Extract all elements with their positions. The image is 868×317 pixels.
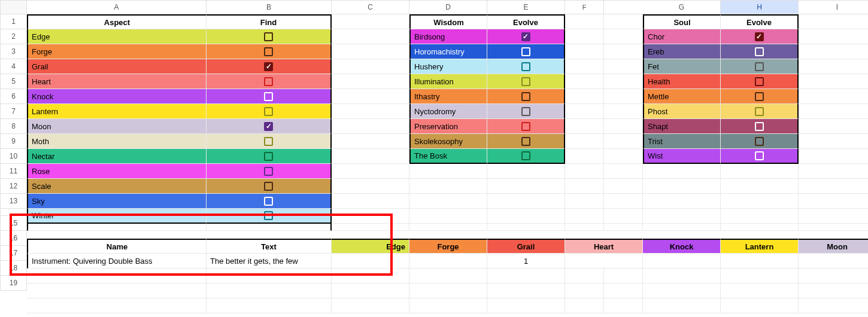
empty-cell[interactable]	[604, 298, 643, 313]
aspect-row-knock[interactable]: Knock	[27, 89, 207, 104]
empty-cell[interactable]	[332, 298, 409, 313]
empty-cell[interactable]	[721, 269, 799, 284]
aspect-row-scale[interactable]: Scale	[27, 179, 207, 194]
empty-cell[interactable]	[604, 269, 643, 284]
empty-cell[interactable]	[565, 149, 604, 164]
aspect-check-moon[interactable]	[207, 119, 332, 134]
aspect-header-name[interactable]: Aspect	[27, 14, 207, 29]
checkbox-icon[interactable]	[755, 92, 764, 101]
clipped-cell[interactable]	[799, 224, 868, 231]
soul-row-trist[interactable]: Trist	[643, 134, 721, 149]
col-header-I[interactable]: I	[799, 0, 868, 14]
result-header-moon[interactable]: Moon	[799, 239, 868, 254]
result-header-edge[interactable]: Edge	[332, 239, 409, 254]
soul-row-shapt[interactable]: Shapt	[643, 119, 721, 134]
soul-check-health[interactable]	[721, 74, 799, 89]
soul-row-fet[interactable]: Fet	[643, 59, 721, 74]
soul-row-chor[interactable]: Chor	[643, 29, 721, 44]
row-header[interactable]: 11	[0, 164, 27, 179]
aspect-row-sky[interactable]: Sky	[27, 194, 207, 209]
aspect-check-heart[interactable]	[207, 74, 332, 89]
wisdom-row-preservation[interactable]: Preservation	[409, 119, 487, 134]
empty-cell[interactable]	[565, 14, 604, 29]
result-heart[interactable]	[565, 254, 643, 269]
checkbox-icon[interactable]	[264, 77, 273, 86]
empty-cell[interactable]	[604, 284, 643, 298]
row-header[interactable]: 5	[0, 74, 27, 89]
empty-cell[interactable]	[721, 164, 799, 179]
empty-cell[interactable]	[565, 74, 604, 89]
checkbox-icon[interactable]	[521, 62, 530, 71]
empty-cell[interactable]	[332, 74, 409, 89]
wisdom-check-birdsong[interactable]	[487, 29, 565, 44]
aspect-check-lantern[interactable]	[207, 104, 332, 119]
wisdom-check-nyctodromy[interactable]	[487, 104, 565, 119]
empty-cell[interactable]	[721, 298, 799, 313]
checkbox-icon[interactable]	[264, 167, 273, 176]
col-header-G[interactable]: G	[643, 0, 721, 14]
empty-cell[interactable]	[487, 269, 565, 284]
checkbox-icon[interactable]	[755, 62, 764, 71]
empty-cell[interactable]	[27, 269, 207, 284]
empty-cell[interactable]	[409, 164, 487, 179]
empty-cell[interactable]	[604, 119, 643, 134]
empty-cell[interactable]	[604, 104, 643, 119]
row-header[interactable]: 19	[0, 276, 27, 291]
col-header-A[interactable]: A	[27, 0, 207, 14]
checkbox-icon[interactable]	[264, 47, 273, 56]
result-edge[interactable]	[332, 254, 409, 269]
empty-cell[interactable]	[799, 298, 868, 313]
checkbox-icon[interactable]	[521, 92, 530, 101]
empty-cell[interactable]	[565, 44, 604, 59]
empty-cell[interactable]	[565, 134, 604, 149]
empty-cell[interactable]	[799, 209, 868, 224]
empty-cell[interactable]	[799, 164, 868, 179]
soul-row-mettle[interactable]: Mettle	[643, 89, 721, 104]
empty-cell[interactable]	[799, 104, 868, 119]
aspect-check-rose[interactable]	[207, 164, 332, 179]
checkbox-icon[interactable]	[264, 122, 273, 131]
empty-cell[interactable]	[721, 194, 799, 209]
checkbox-icon[interactable]	[264, 152, 273, 161]
result-moon[interactable]	[799, 254, 868, 269]
result-header-name[interactable]: Name	[27, 239, 207, 254]
empty-cell[interactable]	[332, 44, 409, 59]
clipped-cell[interactable]	[409, 224, 487, 231]
empty-cell[interactable]	[799, 134, 868, 149]
empty-cell[interactable]	[799, 194, 868, 209]
checkbox-icon[interactable]	[264, 107, 273, 116]
col-header-F[interactable]: F	[565, 0, 604, 14]
soul-row-phost[interactable]: Phost	[643, 104, 721, 119]
empty-cell[interactable]	[332, 59, 409, 74]
empty-cell[interactable]	[799, 59, 868, 74]
result-header-lantern[interactable]: Lantern	[721, 239, 799, 254]
aspect-row-moon[interactable]: Moon	[27, 119, 207, 134]
checkbox-icon[interactable]	[521, 32, 530, 41]
empty-cell[interactable]	[332, 209, 409, 224]
checkbox-icon[interactable]	[264, 92, 273, 101]
empty-cell[interactable]	[799, 14, 868, 29]
row-header[interactable]: 2	[0, 29, 27, 44]
soul-check-chor[interactable]	[721, 29, 799, 44]
empty-cell[interactable]	[604, 14, 643, 29]
empty-cell[interactable]	[643, 179, 721, 194]
empty-cell[interactable]	[409, 269, 487, 284]
aspect-row-forge[interactable]: Forge	[27, 44, 207, 59]
empty-cell[interactable]	[565, 269, 604, 284]
aspect-check-moth[interactable]	[207, 134, 332, 149]
wisdom-check-preservation[interactable]	[487, 119, 565, 134]
aspect-check-nectar[interactable]	[207, 149, 332, 164]
checkbox-icon[interactable]	[755, 137, 764, 146]
empty-cell[interactable]	[27, 298, 207, 313]
col-header-C[interactable]: C	[332, 0, 409, 14]
wisdom-row-illumination[interactable]: Illumination	[409, 74, 487, 89]
empty-cell[interactable]	[207, 298, 332, 313]
empty-cell[interactable]	[565, 104, 604, 119]
empty-cell[interactable]	[332, 104, 409, 119]
aspect-check-winter[interactable]	[207, 209, 332, 224]
empty-cell[interactable]	[799, 44, 868, 59]
aspect-row-winter[interactable]: Winter	[27, 209, 207, 224]
wisdom-row-ithastry[interactable]: Ithastry	[409, 89, 487, 104]
empty-cell[interactable]	[604, 89, 643, 104]
aspect-check-sky[interactable]	[207, 194, 332, 209]
